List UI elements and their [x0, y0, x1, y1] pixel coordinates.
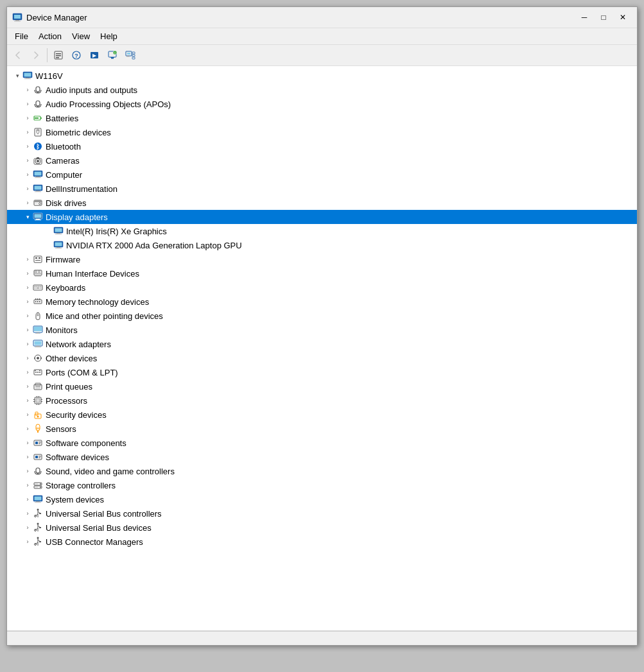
storage-expander[interactable] — [22, 480, 33, 490]
sensors-expander[interactable] — [22, 424, 33, 434]
tree-node-usb-devices[interactable]: Universal Serial Bus devices — [7, 521, 637, 535]
hid-expander[interactable] — [22, 268, 33, 279]
display-expander[interactable] — [22, 212, 33, 222]
sound-expander[interactable] — [22, 466, 33, 476]
tree-node-hid[interactable]: Human Interface Devices — [7, 266, 637, 280]
root-expander[interactable] — [12, 71, 22, 81]
svg-rect-73 — [35, 272, 37, 273]
svg-point-105 — [34, 358, 35, 359]
help-button[interactable]: ? — [68, 47, 85, 64]
svg-rect-27 — [24, 78, 31, 79]
tree-node-cameras[interactable]: Cameras — [7, 153, 637, 168]
tree-node-usb-controllers[interactable]: Universal Serial Bus controllers — [7, 506, 637, 521]
dell-expander[interactable] — [22, 184, 33, 194]
view-devices-button[interactable] — [122, 47, 139, 64]
usb-connector-expander[interactable] — [22, 537, 33, 547]
tree-node-memory[interactable]: Memory technology devices — [7, 295, 637, 309]
menu-help[interactable]: Help — [95, 30, 123, 43]
svg-rect-136 — [39, 444, 40, 445]
svg-rect-72 — [38, 271, 40, 271]
tree-node-network[interactable]: Network adapters — [7, 337, 637, 351]
scan-button[interactable]: + — [104, 47, 121, 64]
tree-node-disk[interactable]: Disk drives — [7, 196, 637, 210]
menu-action[interactable]: Action — [33, 30, 67, 43]
tree-node-intel-gpu[interactable]: Intel(R) Iris(R) Xe Graphics — [7, 224, 637, 238]
tree-node-processors[interactable]: Processors — [7, 393, 637, 408]
processors-icon — [33, 395, 43, 406]
cameras-expander[interactable] — [22, 155, 33, 166]
processors-expander[interactable] — [22, 395, 33, 406]
menu-view[interactable]: View — [67, 30, 95, 43]
memory-expander[interactable] — [22, 297, 33, 307]
firmware-expander[interactable] — [22, 254, 33, 264]
security-expander[interactable] — [22, 409, 33, 420]
usb-devices-expander[interactable] — [22, 522, 33, 533]
tree-node-computer[interactable]: Computer — [7, 168, 637, 182]
computer-expander[interactable] — [22, 169, 33, 180]
svg-rect-79 — [35, 286, 36, 288]
svg-rect-102 — [35, 347, 41, 347]
keyboards-expander[interactable] — [22, 282, 33, 293]
tree-node-usb-connector[interactable]: USB Connector Managers — [7, 535, 637, 549]
tree-node-display[interactable]: Display adapters — [7, 210, 637, 224]
tree-node-bluetooth[interactable]: ᛒ Bluetooth — [7, 139, 637, 153]
tree-node-audio-apo[interactable]: Audio Processing Objects (APOs) — [7, 97, 637, 111]
maximize-button[interactable]: □ — [595, 11, 613, 24]
usb-controllers-expander[interactable] — [22, 508, 33, 519]
minimize-button[interactable]: ─ — [575, 11, 593, 24]
tree-node-ports[interactable]: Ports (COM & LPT) — [7, 365, 637, 379]
audio-apo-expander[interactable] — [22, 99, 33, 109]
system-icon — [33, 494, 43, 504]
svg-rect-88 — [37, 301, 39, 302]
ports-label: Ports (COM & LPT) — [46, 368, 118, 377]
tree-node-other[interactable]: Other devices — [7, 351, 637, 365]
tree-node-system[interactable]: System devices — [7, 492, 637, 506]
other-icon — [33, 353, 43, 363]
tree-node-audio-inputs[interactable]: Audio inputs and outputs — [7, 83, 637, 97]
system-expander[interactable] — [22, 494, 33, 504]
biometric-expander[interactable] — [22, 127, 33, 137]
tree-node-sensors[interactable]: Sensors — [7, 422, 637, 436]
bluetooth-expander[interactable] — [22, 141, 33, 151]
close-button[interactable]: ✕ — [614, 11, 632, 24]
software-devices-expander[interactable] — [22, 452, 33, 462]
enable-button[interactable]: ▶ — [86, 47, 103, 64]
menu-file[interactable]: File — [10, 30, 33, 43]
device-tree[interactable]: W116V Audio inputs and outputs — [7, 66, 637, 631]
tree-node-software-components[interactable]: Software components — [7, 436, 637, 450]
svg-text:ᛒ: ᛒ — [36, 143, 40, 150]
tree-node-security[interactable]: Security devices — [7, 408, 637, 422]
ports-expander[interactable] — [22, 367, 33, 377]
monitors-expander[interactable] — [22, 325, 33, 335]
tree-node-sound[interactable]: Sound, video and game controllers — [7, 464, 637, 478]
other-expander[interactable] — [22, 353, 33, 363]
tree-node-software-devices[interactable]: Software devices — [7, 450, 637, 464]
tree-root-node[interactable]: W116V — [7, 69, 637, 83]
tree-node-nvidia-gpu[interactable]: NVIDIA RTX 2000 Ada Generation Laptop GP… — [7, 238, 637, 252]
disk-expander[interactable] — [22, 198, 33, 208]
sensors-icon — [33, 424, 43, 434]
tree-node-print[interactable]: Print queues — [7, 379, 637, 393]
tree-node-dell[interactable]: DellInstrumentation — [7, 182, 637, 196]
network-expander[interactable] — [22, 339, 33, 349]
back-button[interactable] — [10, 47, 26, 64]
usb-connector-label: USB Connector Managers — [46, 537, 143, 547]
software-components-expander[interactable] — [22, 438, 33, 448]
tree-node-monitors[interactable]: Monitors — [7, 323, 637, 337]
mice-expander[interactable] — [22, 311, 33, 321]
tree-node-firmware[interactable]: Firmware — [7, 252, 637, 266]
forward-button[interactable] — [28, 47, 44, 64]
tree-node-batteries[interactable]: Batteries — [7, 111, 637, 125]
svg-rect-111 — [35, 370, 36, 371]
print-icon — [33, 381, 43, 392]
tree-node-keyboards[interactable]: Keyboards — [7, 280, 637, 295]
tree-node-mice[interactable]: Mice and other pointing devices — [7, 309, 637, 323]
tree-node-biometric[interactable]: Biometric devices — [7, 125, 637, 139]
usb-controllers-icon — [33, 508, 43, 519]
print-expander[interactable] — [22, 381, 33, 392]
tree-node-storage[interactable]: Storage controllers — [7, 478, 637, 492]
properties-button[interactable] — [50, 47, 67, 64]
batteries-expander[interactable] — [22, 113, 33, 123]
svg-rect-26 — [26, 78, 30, 78]
audio-inputs-expander[interactable] — [22, 85, 33, 95]
